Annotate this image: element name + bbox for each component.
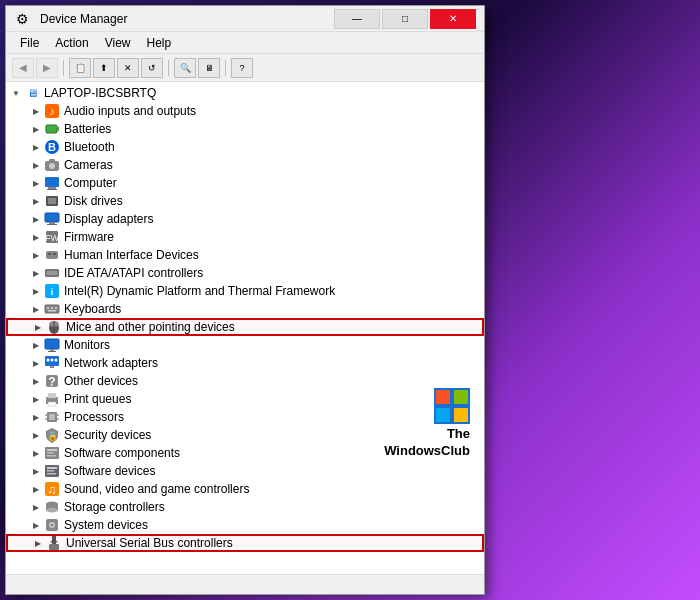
expand-arrow-network[interactable]: ▶ [30,357,42,369]
icon-software-comp [44,445,60,461]
expand-arrow-monitors[interactable]: ▶ [30,339,42,351]
svg-rect-27 [47,307,49,309]
label-network: Network adapters [64,356,158,370]
icon-network [44,355,60,371]
back-button[interactable]: ◀ [12,58,34,78]
expand-arrow-usb[interactable]: ▶ [32,537,44,549]
tree-item-bluetooth[interactable]: ▶BBluetooth [6,138,484,156]
expand-arrow-security[interactable]: ▶ [30,429,42,441]
menu-file[interactable]: File [12,34,47,51]
icon-display [44,211,60,227]
svg-rect-48 [49,414,55,420]
label-audio: Audio inputs and outputs [64,104,196,118]
tree-item-print[interactable]: ▶Print queues [6,390,484,408]
expand-arrow-batteries[interactable]: ▶ [30,123,42,135]
expand-arrow-display[interactable]: ▶ [30,213,42,225]
device-manager-window: ⚙ Device Manager — □ ✕ File Action View … [5,5,485,595]
icon-keyboards [44,301,60,317]
icon-batteries [44,121,60,137]
expand-arrow-disk[interactable]: ▶ [30,195,42,207]
expand-arrow-software-dev[interactable]: ▶ [30,465,42,477]
disable-button[interactable]: ✕ [117,58,139,78]
help-button[interactable]: ? [231,58,253,78]
tree-item-intel[interactable]: ▶iIntel(R) Dynamic Platform and Thermal … [6,282,484,300]
tree-item-software-dev[interactable]: ▶Software devices [6,462,484,480]
toolbar-sep1 [63,60,64,76]
expand-arrow-cameras[interactable]: ▶ [30,159,42,171]
tree-item-ide[interactable]: ▶IDE ATA/ATAPI controllers [6,264,484,282]
svg-rect-10 [48,187,56,189]
expand-arrow-firmware[interactable]: ▶ [30,231,42,243]
label-security: Security devices [64,428,151,442]
tree-item-computer[interactable]: ▶Computer [6,174,484,192]
root-icon: 🖥 [24,85,40,101]
expand-arrow-keyboards[interactable]: ▶ [30,303,42,315]
svg-rect-15 [49,222,55,224]
svg-point-41 [55,359,58,362]
expand-arrow-intel[interactable]: ▶ [30,285,42,297]
expand-arrow-print[interactable]: ▶ [30,393,42,405]
scan-button[interactable]: 🔍 [174,58,196,78]
icon-audio: ♪ [44,103,60,119]
menu-bar: File Action View Help [6,32,484,54]
svg-text:i: i [51,287,54,297]
tree-item-security[interactable]: ▶🔒Security devices [6,426,484,444]
label-processors: Processors [64,410,124,424]
svg-point-40 [51,359,54,362]
label-display: Display adapters [64,212,153,226]
label-monitors: Monitors [64,338,110,352]
tree-item-audio[interactable]: ▶♪Audio inputs and outputs [6,102,484,120]
tree-item-storage[interactable]: ▶Storage controllers [6,498,484,516]
tree-item-system[interactable]: ▶System devices [6,516,484,534]
expand-arrow-bluetooth[interactable]: ▶ [30,141,42,153]
tree-item-firmware[interactable]: ▶FWFirmware [6,228,484,246]
expand-arrow-storage[interactable]: ▶ [30,501,42,513]
tree-root[interactable]: ▼ 🖥 LAPTOP-IBCSBRTQ [6,84,484,102]
expand-arrow-system[interactable]: ▶ [30,519,42,531]
svg-rect-3 [57,127,59,131]
tree-item-cameras[interactable]: ▶Cameras [6,156,484,174]
svg-rect-11 [47,189,57,190]
tree-item-software-comp[interactable]: ▶Software components [6,444,484,462]
update-driver-button[interactable]: ⬆ [93,58,115,78]
device-tree[interactable]: ▼ 🖥 LAPTOP-IBCSBRTQ ▶♪Audio inputs and o… [6,82,484,574]
tree-item-batteries[interactable]: ▶Batteries [6,120,484,138]
expand-arrow-audio[interactable]: ▶ [30,105,42,117]
svg-text:♪: ♪ [50,106,55,117]
menu-view[interactable]: View [97,34,139,51]
expand-arrow-mice[interactable]: ▶ [32,321,44,333]
tree-item-other[interactable]: ▶?Other devices [6,372,484,390]
display-button[interactable]: 🖥 [198,58,220,78]
expand-arrow-computer[interactable]: ▶ [30,177,42,189]
tree-item-hid[interactable]: ▶Human Interface Devices [6,246,484,264]
forward-button[interactable]: ▶ [36,58,58,78]
tree-item-monitors[interactable]: ▶Monitors [6,336,484,354]
status-bar [6,574,484,594]
tree-item-sound[interactable]: ▶♫Sound, video and game controllers [6,480,484,498]
maximize-button[interactable]: □ [382,9,428,29]
expand-arrow-processors[interactable]: ▶ [30,411,42,423]
label-disk: Disk drives [64,194,123,208]
label-intel: Intel(R) Dynamic Platform and Thermal Fr… [64,284,335,298]
properties-button[interactable]: 📋 [69,58,91,78]
menu-help[interactable]: Help [139,34,180,51]
expand-arrow-hid[interactable]: ▶ [30,249,42,261]
tree-item-display[interactable]: ▶Display adapters [6,210,484,228]
uninstall-button[interactable]: ↺ [141,58,163,78]
svg-rect-45 [48,393,56,398]
minimize-button[interactable]: — [334,9,380,29]
tree-item-usb[interactable]: ▶Universal Serial Bus controllers [6,534,484,552]
tree-item-network[interactable]: ▶Network adapters [6,354,484,372]
expand-arrow-software-comp[interactable]: ▶ [30,447,42,459]
tree-item-mice[interactable]: ▶Mice and other pointing devices [6,318,484,336]
close-button[interactable]: ✕ [430,9,476,29]
tree-item-disk[interactable]: ▶Disk drives [6,192,484,210]
tree-item-processors[interactable]: ▶Processors [6,408,484,426]
expand-arrow-other[interactable]: ▶ [30,375,42,387]
menu-action[interactable]: Action [47,34,96,51]
svg-rect-14 [45,213,59,222]
expand-arrow-ide[interactable]: ▶ [30,267,42,279]
svg-rect-35 [50,349,54,351]
expand-arrow-sound[interactable]: ▶ [30,483,42,495]
tree-item-keyboards[interactable]: ▶Keyboards [6,300,484,318]
